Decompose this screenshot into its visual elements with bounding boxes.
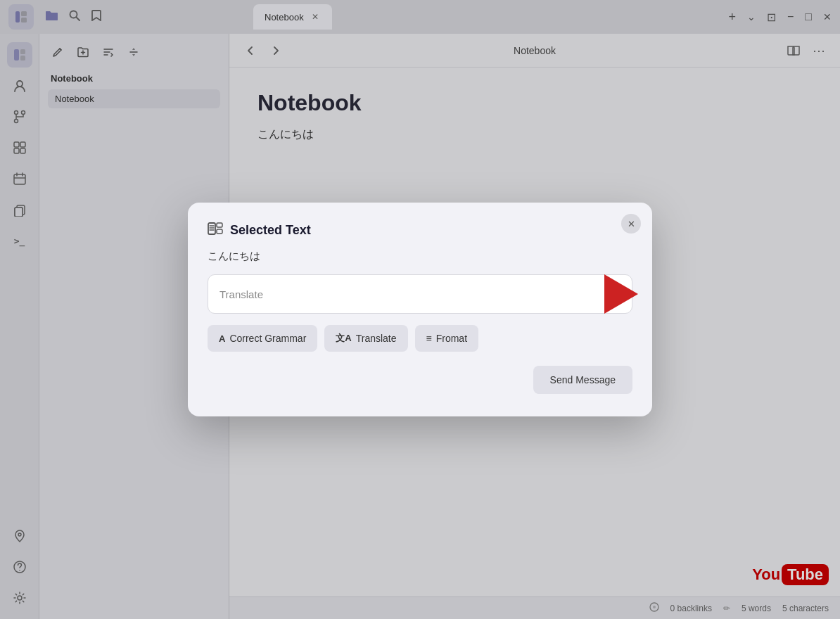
modal-selected-text: こんにちは <box>208 250 632 263</box>
modal-footer: Send Message <box>208 366 632 394</box>
play-button[interactable] <box>597 269 646 319</box>
translate-button[interactable]: 文A Translate <box>324 325 407 352</box>
svg-rect-38 <box>217 229 222 234</box>
translate-label: Translate <box>356 333 397 344</box>
modal-close-button[interactable]: ✕ <box>621 214 641 234</box>
format-button[interactable]: ≡ Fromat <box>415 325 479 352</box>
send-message-button[interactable]: Send Message <box>533 366 632 394</box>
modal-title: Selected Text <box>230 223 311 238</box>
modal-input-area[interactable]: Translate <box>208 274 632 314</box>
format-icon: ≡ <box>426 333 432 344</box>
modal-overlay: ✕ Selected Text こんにちは Translate <box>0 0 840 619</box>
play-triangle-icon <box>604 274 638 314</box>
svg-rect-37 <box>217 223 222 227</box>
grammar-icon: A <box>219 333 225 344</box>
svg-rect-36 <box>208 223 215 234</box>
correct-grammar-button[interactable]: A Correct Grammar <box>208 325 317 352</box>
correct-grammar-label: Correct Grammar <box>229 333 306 344</box>
selected-text-modal: ✕ Selected Text こんにちは Translate <box>188 203 652 416</box>
modal-input-placeholder[interactable]: Translate <box>219 288 597 300</box>
translate-icon: 文A <box>336 332 351 345</box>
modal-action-buttons: A Correct Grammar 文A Translate ≡ Fromat <box>208 325 632 352</box>
format-label: Fromat <box>436 333 467 344</box>
modal-header: Selected Text <box>208 222 632 238</box>
modal-header-icon <box>208 222 223 238</box>
